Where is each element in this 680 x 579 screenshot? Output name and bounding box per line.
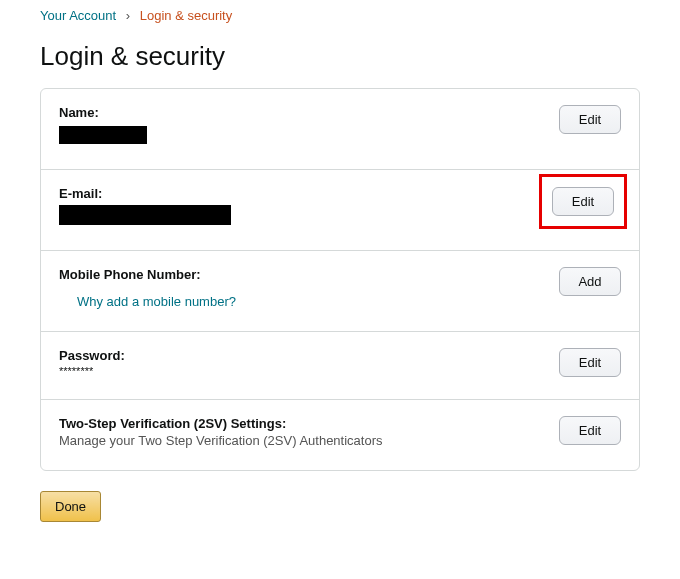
- page-title: Login & security: [40, 41, 640, 72]
- row-mobile: Mobile Phone Number: Why add a mobile nu…: [41, 251, 639, 332]
- add-mobile-button[interactable]: Add: [559, 267, 621, 296]
- email-label: E-mail:: [59, 186, 527, 201]
- two-step-desc: Manage your Two Step Verification (2SV) …: [59, 433, 547, 448]
- edit-password-button[interactable]: Edit: [559, 348, 621, 377]
- row-two-step: Two-Step Verification (2SV) Settings: Ma…: [41, 400, 639, 470]
- row-password: Password: ******** Edit: [41, 332, 639, 400]
- done-button[interactable]: Done: [40, 491, 101, 522]
- edit-two-step-button[interactable]: Edit: [559, 416, 621, 445]
- settings-panel: Name: Edit E-mail: Edit Mobile Phone Num…: [40, 88, 640, 471]
- breadcrumb-root-link[interactable]: Your Account: [40, 8, 116, 23]
- breadcrumb: Your Account › Login & security: [40, 8, 640, 23]
- edit-name-button[interactable]: Edit: [559, 105, 621, 134]
- password-value: ********: [59, 365, 547, 377]
- edit-email-button[interactable]: Edit: [552, 187, 614, 216]
- two-step-label: Two-Step Verification (2SV) Settings:: [59, 416, 547, 431]
- name-value-redacted: [59, 126, 147, 144]
- row-email: E-mail: Edit: [41, 170, 639, 251]
- breadcrumb-current: Login & security: [140, 8, 233, 23]
- email-value-redacted: [59, 205, 231, 225]
- mobile-label: Mobile Phone Number:: [59, 267, 547, 282]
- breadcrumb-separator: ›: [126, 8, 130, 23]
- row-name: Name: Edit: [41, 89, 639, 170]
- why-add-mobile-link[interactable]: Why add a mobile number?: [77, 294, 547, 309]
- name-label: Name:: [59, 105, 547, 120]
- password-label: Password:: [59, 348, 547, 363]
- edit-email-highlight: Edit: [539, 174, 627, 229]
